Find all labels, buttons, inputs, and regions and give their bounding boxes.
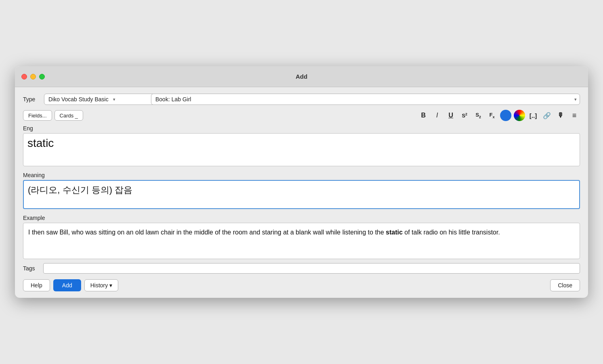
superscript-button[interactable]: S2 [459, 110, 470, 121]
toolbar-row: Fields... Cards _ B I U S2 S2 [23, 110, 580, 121]
example-field-section: Example I then saw Bill, who was sitting… [23, 215, 580, 259]
bottom-left-buttons: Help Add History ▾ [23, 279, 118, 291]
meaning-input[interactable]: (라디오, 수신기 등의) 잡음 [23, 180, 580, 209]
eng-input[interactable]: static [23, 133, 580, 166]
type-select-wrapper[interactable]: Diko Vocab Study Basic [44, 94, 119, 105]
toolbar-right: B I U S2 S2 Fx [418, 110, 580, 121]
content-area: Type Diko Vocab Study Basic Deck Book: L… [15, 87, 588, 298]
meaning-field-section: Meaning (라디오, 수신기 등의) 잡음 [23, 172, 580, 211]
deck-select[interactable]: Book: Lab Girl [151, 94, 580, 105]
meaning-label: Meaning [23, 172, 580, 178]
toolbar-left: Fields... Cards _ [23, 110, 83, 121]
type-deck-row: Type Diko Vocab Study Basic Deck Book: L… [23, 94, 580, 105]
bracket-button[interactable]: [..] [528, 110, 539, 121]
maximize-traffic-light[interactable] [39, 74, 45, 79]
function-button[interactable]: Fx [486, 110, 498, 121]
underline-button[interactable]: U [445, 110, 456, 121]
color-solid-button[interactable] [500, 110, 511, 121]
type-label: Type [23, 96, 39, 103]
traffic-lights [21, 74, 45, 79]
close-button[interactable]: Close [550, 279, 580, 291]
more-button[interactable]: ≡ [569, 110, 580, 121]
close-traffic-light[interactable] [21, 74, 27, 79]
cards-button[interactable]: Cards _ [54, 110, 84, 121]
fields-button[interactable]: Fields... [23, 110, 52, 121]
titlebar: Add [15, 66, 588, 87]
italic-button[interactable]: I [431, 110, 443, 121]
tags-label: Tags [23, 265, 39, 272]
bottom-row: Help Add History ▾ Close [23, 279, 580, 291]
minimize-traffic-light[interactable] [30, 74, 36, 79]
subscript-button[interactable]: S2 [473, 110, 484, 121]
tags-row: Tags [23, 263, 580, 274]
history-button[interactable]: History ▾ [84, 279, 118, 291]
add-button[interactable]: Add [53, 279, 81, 291]
deck-select-wrapper[interactable]: Book: Lab Girl [151, 94, 580, 105]
color-gradient-button[interactable] [514, 110, 525, 121]
add-window: Add Type Diko Vocab Study Basic Deck Boo… [15, 66, 588, 298]
link-button[interactable]: 🔗 [541, 110, 553, 121]
example-display[interactable]: I then saw Bill, who was sitting on an o… [23, 223, 580, 259]
help-button[interactable]: Help [23, 279, 50, 291]
example-label: Example [23, 215, 580, 221]
window-title: Add [295, 73, 307, 80]
mic-button[interactable]: 🎙 [555, 110, 566, 121]
eng-field-section: Eng static [23, 125, 580, 168]
eng-label: Eng [23, 125, 580, 132]
tags-input[interactable] [43, 263, 580, 274]
bold-button[interactable]: B [418, 110, 429, 121]
